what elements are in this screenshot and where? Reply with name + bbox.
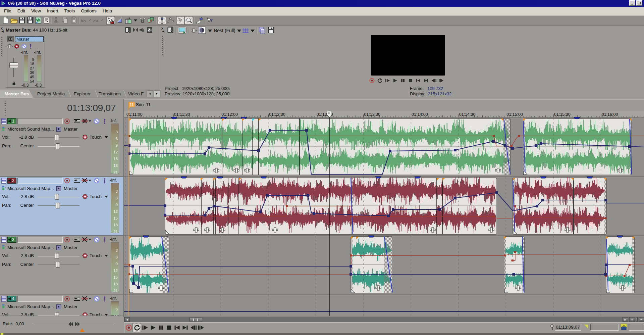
- svg-text:?: ?: [210, 18, 213, 23]
- svg-text:Son_11: Son_11: [136, 102, 151, 107]
- svg-text:01:14:00: 01:14:00: [412, 112, 428, 117]
- svg-text:01:15:30: 01:15:30: [554, 112, 571, 117]
- svg-text:?: ?: [29, 17, 31, 20]
- svg-text:Best (Full): Best (Full): [214, 28, 235, 33]
- svg-text:01:12:30: 01:12:30: [269, 112, 285, 117]
- svg-text:01:15:00: 01:15:00: [506, 112, 523, 117]
- svg-text:01:16:00: 01:16:00: [602, 112, 618, 117]
- svg-text:01:14:30: 01:14:30: [459, 112, 476, 117]
- svg-text:01:11:30: 01:11:30: [174, 112, 190, 117]
- svg-text:11: 11: [129, 102, 134, 107]
- svg-text:01:12:00: 01:12:00: [221, 112, 238, 117]
- svg-text:01:13:30: 01:13:30: [364, 112, 380, 117]
